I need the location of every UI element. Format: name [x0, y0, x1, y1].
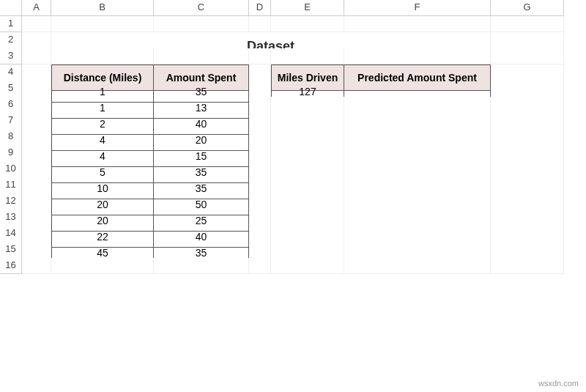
row-header-3[interactable]: 3 — [0, 48, 22, 64]
cell-F3[interactable] — [344, 48, 491, 64]
col-header-E[interactable]: E — [271, 0, 344, 16]
cell-A16[interactable] — [22, 258, 51, 274]
cell-D1[interactable] — [249, 16, 271, 32]
watermark: wsxdn.com — [538, 379, 579, 388]
cell-A1[interactable] — [22, 16, 51, 32]
cell-C1[interactable] — [154, 16, 249, 32]
cell-A3[interactable] — [22, 48, 51, 64]
row-header-16[interactable]: 16 — [0, 258, 22, 274]
cell-B3[interactable] — [51, 48, 154, 64]
cell-E16[interactable] — [271, 258, 344, 274]
cell-F1[interactable] — [344, 16, 491, 32]
col-header-B[interactable]: B — [51, 0, 154, 16]
select-all-corner[interactable] — [0, 0, 22, 16]
col-header-A[interactable]: A — [22, 0, 51, 16]
cell-C3[interactable] — [154, 48, 249, 64]
col-header-D[interactable]: D — [249, 0, 271, 16]
col-header-C[interactable]: C — [154, 0, 249, 16]
spreadsheet-grid: A B C D E F G 1 2 Dataset 3 4 Distance (… — [0, 0, 586, 274]
cell-B1[interactable] — [51, 16, 154, 32]
cell-B16[interactable] — [51, 258, 154, 274]
cell-G16[interactable] — [491, 258, 564, 274]
cell-G3[interactable] — [491, 48, 564, 64]
cell-D3[interactable] — [249, 48, 271, 64]
cell-F16[interactable] — [344, 258, 491, 274]
col-header-G[interactable]: G — [491, 0, 564, 16]
col-header-F[interactable]: F — [344, 0, 491, 16]
row-header-1[interactable]: 1 — [0, 16, 22, 32]
cell-G1[interactable] — [491, 16, 564, 32]
cell-E1[interactable] — [271, 16, 344, 32]
cell-D16[interactable] — [249, 258, 271, 274]
cell-E3[interactable] — [271, 48, 344, 64]
cell-C16[interactable] — [154, 258, 249, 274]
